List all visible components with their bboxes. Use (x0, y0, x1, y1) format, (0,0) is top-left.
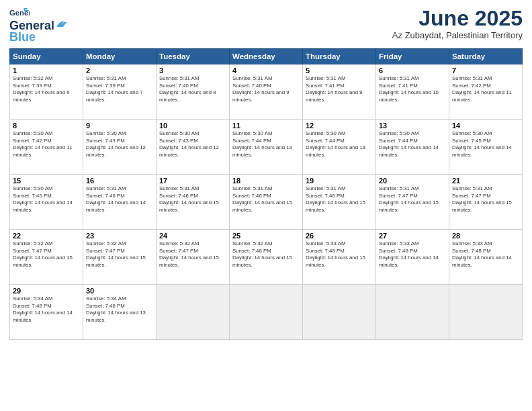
table-row: 5 Sunrise: 5:31 AMSunset: 7:41 PMDayligh… (303, 64, 376, 120)
day-content: Sunrise: 5:31 AMSunset: 7:40 PMDaylight:… (232, 75, 300, 103)
day-number: 25 (232, 232, 300, 240)
day-content: Sunrise: 5:34 AMSunset: 7:48 PMDaylight:… (86, 295, 153, 324)
day-content: Sunrise: 5:31 AMSunset: 7:46 PMDaylight:… (86, 185, 153, 214)
table-row: 4 Sunrise: 5:31 AMSunset: 7:40 PMDayligh… (230, 64, 303, 120)
table-row (449, 285, 523, 340)
logo-icon: General (9, 7, 30, 19)
logo: General General Blue (9, 7, 70, 44)
day-number: 3 (159, 66, 226, 75)
day-number: 14 (452, 122, 519, 130)
day-number: 2 (86, 66, 153, 75)
day-number: 30 (86, 287, 153, 295)
table-row: 23 Sunrise: 5:32 AMSunset: 7:47 PMDaylig… (83, 230, 157, 285)
col-monday: Monday (83, 49, 157, 64)
table-row: 9 Sunrise: 5:30 AMSunset: 7:43 PMDayligh… (83, 120, 157, 175)
day-content: Sunrise: 5:30 AMSunset: 7:44 PMDaylight:… (232, 130, 300, 158)
day-content: Sunrise: 5:30 AMSunset: 7:43 PMDaylight:… (159, 130, 226, 158)
day-content: Sunrise: 5:30 AMSunset: 7:44 PMDaylight:… (306, 130, 373, 158)
col-saturday: Saturday (449, 49, 523, 64)
day-content: Sunrise: 5:30 AMSunset: 7:45 PMDaylight:… (13, 185, 80, 214)
day-content: Sunrise: 5:32 AMSunset: 7:47 PMDaylight:… (159, 240, 226, 269)
day-number: 5 (306, 66, 373, 75)
col-tuesday: Tuesday (157, 49, 230, 64)
svg-text:General: General (9, 9, 30, 17)
logo-blue: Blue (9, 30, 36, 44)
location-title: Az Zubaydat, Palestinian Territory (392, 30, 523, 40)
day-content: Sunrise: 5:32 AMSunset: 7:48 PMDaylight:… (232, 240, 300, 269)
title-block: June 2025 Az Zubaydat, Palestinian Terri… (392, 7, 523, 40)
day-number: 18 (232, 177, 300, 185)
week-row-3: 15 Sunrise: 5:30 AMSunset: 7:45 PMDaylig… (10, 175, 523, 230)
day-content: Sunrise: 5:32 AMSunset: 7:39 PMDaylight:… (13, 75, 80, 103)
calendar-header-row: Sunday Monday Tuesday Wednesday Thursday… (10, 49, 523, 64)
day-number: 12 (306, 122, 373, 130)
day-content: Sunrise: 5:30 AMSunset: 7:45 PMDaylight:… (452, 130, 519, 158)
table-row: 24 Sunrise: 5:32 AMSunset: 7:47 PMDaylig… (157, 230, 230, 285)
table-row: 17 Sunrise: 5:31 AMSunset: 7:46 PMDaylig… (157, 175, 230, 230)
logo-bird-svg (55, 20, 70, 30)
day-content: Sunrise: 5:31 AMSunset: 7:47 PMDaylight:… (379, 185, 446, 214)
day-content: Sunrise: 5:31 AMSunset: 7:46 PMDaylight:… (306, 185, 373, 214)
day-content: Sunrise: 5:33 AMSunset: 7:48 PMDaylight:… (379, 240, 446, 269)
table-row: 7 Sunrise: 5:31 AMSunset: 7:42 PMDayligh… (449, 64, 523, 120)
calendar-table: Sunday Monday Tuesday Wednesday Thursday… (9, 48, 523, 340)
table-row: 18 Sunrise: 5:31 AMSunset: 7:46 PMDaylig… (230, 175, 303, 230)
day-content: Sunrise: 5:33 AMSunset: 7:48 PMDaylight:… (452, 240, 519, 269)
week-row-4: 22 Sunrise: 5:32 AMSunset: 7:47 PMDaylig… (10, 230, 523, 285)
table-row (376, 285, 449, 340)
table-row: 29 Sunrise: 5:34 AMSunset: 7:48 PMDaylig… (10, 285, 83, 340)
week-row-1: 1 Sunrise: 5:32 AMSunset: 7:39 PMDayligh… (10, 64, 523, 120)
table-row: 11 Sunrise: 5:30 AMSunset: 7:44 PMDaylig… (230, 120, 303, 175)
day-content: Sunrise: 5:34 AMSunset: 7:48 PMDaylight:… (13, 295, 80, 324)
day-number: 11 (232, 122, 300, 130)
day-number: 7 (452, 66, 519, 75)
table-row: 13 Sunrise: 5:30 AMSunset: 7:44 PMDaylig… (376, 120, 449, 175)
table-row: 19 Sunrise: 5:31 AMSunset: 7:46 PMDaylig… (303, 175, 376, 230)
day-content: Sunrise: 5:33 AMSunset: 7:48 PMDaylight:… (306, 240, 373, 269)
day-content: Sunrise: 5:31 AMSunset: 7:47 PMDaylight:… (452, 185, 519, 214)
table-row: 20 Sunrise: 5:31 AMSunset: 7:47 PMDaylig… (376, 175, 449, 230)
col-sunday: Sunday (10, 49, 83, 64)
day-number: 21 (452, 177, 519, 185)
day-content: Sunrise: 5:32 AMSunset: 7:47 PMDaylight:… (13, 240, 80, 269)
table-row: 25 Sunrise: 5:32 AMSunset: 7:48 PMDaylig… (230, 230, 303, 285)
week-row-2: 8 Sunrise: 5:30 AMSunset: 7:42 PMDayligh… (10, 120, 523, 175)
table-row: 16 Sunrise: 5:31 AMSunset: 7:46 PMDaylig… (83, 175, 157, 230)
table-row: 3 Sunrise: 5:31 AMSunset: 7:40 PMDayligh… (157, 64, 230, 120)
day-content: Sunrise: 5:31 AMSunset: 7:46 PMDaylight:… (232, 185, 300, 214)
day-content: Sunrise: 5:31 AMSunset: 7:46 PMDaylight:… (159, 185, 226, 214)
col-friday: Friday (376, 49, 449, 64)
col-wednesday: Wednesday (230, 49, 303, 64)
day-number: 20 (379, 177, 446, 185)
page: General General Blue June 2025 Az Zubayd… (0, 0, 532, 411)
table-row (303, 285, 376, 340)
day-number: 22 (13, 232, 80, 240)
day-number: 8 (13, 122, 80, 130)
day-number: 28 (452, 232, 519, 240)
day-content: Sunrise: 5:31 AMSunset: 7:42 PMDaylight:… (452, 75, 519, 103)
day-content: Sunrise: 5:30 AMSunset: 7:44 PMDaylight:… (379, 130, 446, 158)
table-row: 22 Sunrise: 5:32 AMSunset: 7:47 PMDaylig… (10, 230, 83, 285)
table-row: 30 Sunrise: 5:34 AMSunset: 7:48 PMDaylig… (83, 285, 157, 340)
day-content: Sunrise: 5:31 AMSunset: 7:41 PMDaylight:… (379, 75, 446, 103)
day-number: 9 (86, 122, 153, 130)
table-row: 15 Sunrise: 5:30 AMSunset: 7:45 PMDaylig… (10, 175, 83, 230)
day-number: 1 (13, 66, 80, 75)
day-number: 23 (86, 232, 153, 240)
day-number: 15 (13, 177, 80, 185)
table-row: 26 Sunrise: 5:33 AMSunset: 7:48 PMDaylig… (303, 230, 376, 285)
day-content: Sunrise: 5:30 AMSunset: 7:42 PMDaylight:… (13, 130, 80, 158)
col-thursday: Thursday (303, 49, 376, 64)
table-row: 27 Sunrise: 5:33 AMSunset: 7:48 PMDaylig… (376, 230, 449, 285)
day-content: Sunrise: 5:31 AMSunset: 7:41 PMDaylight:… (306, 75, 373, 103)
day-number: 13 (379, 122, 446, 130)
week-row-5: 29 Sunrise: 5:34 AMSunset: 7:48 PMDaylig… (10, 285, 523, 340)
day-number: 24 (159, 232, 226, 240)
table-row: 12 Sunrise: 5:30 AMSunset: 7:44 PMDaylig… (303, 120, 376, 175)
day-number: 16 (86, 177, 153, 185)
day-number: 19 (306, 177, 373, 185)
table-row: 2 Sunrise: 5:31 AMSunset: 7:39 PMDayligh… (83, 64, 157, 120)
table-row: 21 Sunrise: 5:31 AMSunset: 7:47 PMDaylig… (449, 175, 523, 230)
day-number: 4 (232, 66, 300, 75)
day-content: Sunrise: 5:30 AMSunset: 7:43 PMDaylight:… (86, 130, 153, 158)
